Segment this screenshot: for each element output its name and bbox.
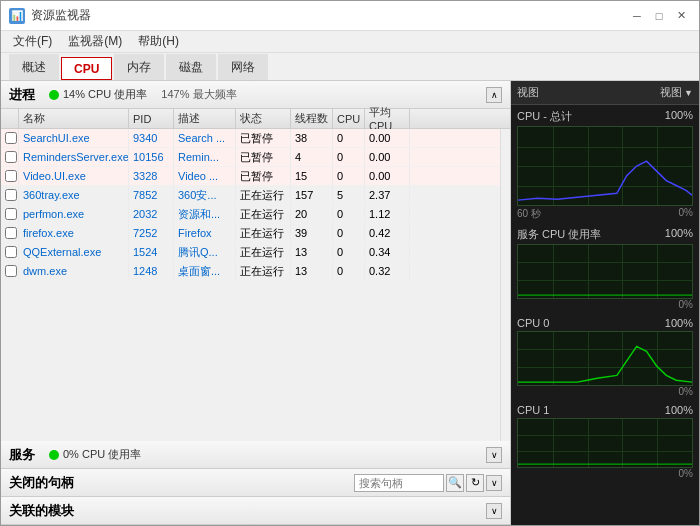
row-desc: Search ... (174, 129, 236, 147)
services-status-dot (49, 450, 59, 460)
row-pid: 1524 (129, 243, 174, 261)
cpu1-label: CPU 1 (517, 404, 549, 416)
right-panel-header: 视图 视图 ▼ (511, 81, 699, 105)
row-threads: 38 (291, 129, 333, 147)
th-cpu[interactable]: CPU (333, 109, 365, 128)
row-name: Video.UI.exe (19, 167, 129, 185)
menu-monitor[interactable]: 监视器(M) (60, 31, 130, 52)
cpu1-graph-section: CPU 1 100% 0% (511, 400, 699, 482)
services-title: 服务 (9, 446, 35, 464)
row-status: 已暂停 (236, 167, 291, 185)
service-cpu-graph-section: 服务 CPU 使用率 100% 0% (511, 223, 699, 313)
row-desc: 360安... (174, 186, 236, 204)
row-desc: Video ... (174, 167, 236, 185)
cpu-total-graph-section: CPU - 总计 100% (511, 105, 699, 223)
table-row[interactable]: RemindersServer.exe 10156 Remin... 已暂停 4… (1, 148, 500, 167)
row-threads: 13 (291, 262, 333, 280)
window-title: 资源监视器 (31, 7, 91, 24)
process-status-dot (49, 90, 59, 100)
row-checkbox[interactable] (1, 262, 19, 280)
row-checkbox[interactable] (1, 167, 19, 185)
cpu0-svg (518, 332, 692, 385)
tabs-bar: 概述 CPU 内存 磁盘 网络 (1, 53, 699, 81)
search-icon-button[interactable]: 🔍 (446, 474, 464, 492)
row-checkbox[interactable] (1, 186, 19, 204)
process-cpu-usage: 14% CPU 使用率 (63, 87, 147, 102)
row-checkbox[interactable] (1, 243, 19, 261)
cpu-total-time-row: 60 秒 0% (517, 207, 693, 221)
services-collapse-btn[interactable]: ∨ (486, 447, 502, 463)
modules-collapse-btn[interactable]: ∨ (486, 503, 502, 519)
modules-header[interactable]: 关联的模块 ∨ (1, 497, 510, 525)
cpu-total-label: CPU - 总计 (517, 109, 572, 124)
service-cpu-label: 服务 CPU 使用率 (517, 227, 601, 242)
row-pid: 9340 (129, 129, 174, 147)
maximize-button[interactable]: □ (649, 6, 669, 26)
row-pid: 7852 (129, 186, 174, 204)
row-name: dwm.exe (19, 262, 129, 280)
table-row[interactable]: SearchUI.exe 9340 Search ... 已暂停 38 0 0.… (1, 129, 500, 148)
search-refresh-button[interactable]: ↻ (466, 474, 484, 492)
handles-search-input[interactable] (354, 474, 444, 492)
row-checkbox[interactable] (1, 205, 19, 223)
row-name: firefox.exe (19, 224, 129, 242)
row-checkbox[interactable] (1, 224, 19, 242)
tab-network[interactable]: 网络 (218, 54, 268, 80)
th-status[interactable]: 状态 (236, 109, 291, 128)
menu-file[interactable]: 文件(F) (5, 31, 60, 52)
services-section: 服务 0% CPU 使用率 ∨ (1, 441, 510, 469)
row-cpu: 5 (333, 186, 365, 204)
tab-memory[interactable]: 内存 (114, 54, 164, 80)
row-desc: Firefox (174, 224, 236, 242)
close-button[interactable]: ✕ (671, 6, 691, 26)
row-cpu: 0 (333, 148, 365, 166)
cpu0-graph-section: CPU 0 100% 0% (511, 313, 699, 400)
window-controls: ─ □ ✕ (627, 6, 691, 26)
table-row[interactable]: Video.UI.exe 3328 Video ... 已暂停 15 0 0.0… (1, 167, 500, 186)
services-header[interactable]: 服务 0% CPU 使用率 ∨ (1, 441, 510, 469)
service-cpu-zero: 0% (517, 299, 693, 310)
table-row[interactable]: perfmon.exe 2032 资源和... 正在运行 20 0 1.12 (1, 205, 500, 224)
view-dropdown[interactable]: 视图 ▼ (660, 85, 693, 100)
menu-help[interactable]: 帮助(H) (130, 31, 187, 52)
cpu-total-zero: 0% (679, 207, 693, 221)
th-desc[interactable]: 描述 (174, 109, 236, 128)
th-pid[interactable]: PID (129, 109, 174, 128)
service-cpu-percent: 100% (665, 227, 693, 242)
cpu1-graph (517, 418, 693, 468)
main-window: 📊 资源监视器 ─ □ ✕ 文件(F) 监视器(M) 帮助(H) 概述 CPU … (0, 0, 700, 526)
cpu0-graph (517, 331, 693, 386)
title-bar-left: 📊 资源监视器 (9, 7, 91, 24)
th-checkbox[interactable] (1, 109, 19, 128)
tab-overview[interactable]: 概述 (9, 54, 59, 80)
table-row[interactable]: 360tray.exe 7852 360安... 正在运行 157 5 2.37 (1, 186, 500, 205)
table-row[interactable]: firefox.exe 7252 Firefox 正在运行 39 0 0.42 (1, 224, 500, 243)
process-status: 14% CPU 使用率 (49, 87, 147, 102)
minimize-button[interactable]: ─ (627, 6, 647, 26)
table-row[interactable]: QQExternal.exe 1524 腾讯Q... 正在运行 13 0 0.3… (1, 243, 500, 262)
th-threads[interactable]: 线程数 (291, 109, 333, 128)
process-scrollbar[interactable] (500, 129, 510, 441)
cpu1-percent: 100% (665, 404, 693, 416)
row-checkbox[interactable] (1, 148, 19, 166)
th-avg-cpu[interactable]: 平均 CPU (365, 109, 410, 128)
process-table-body[interactable]: SearchUI.exe 9340 Search ... 已暂停 38 0 0.… (1, 129, 500, 441)
process-collapse-btn[interactable]: ∧ (486, 87, 502, 103)
row-checkbox[interactable] (1, 129, 19, 147)
row-status: 正在运行 (236, 205, 291, 223)
handles-collapse-btn[interactable]: ∨ (486, 475, 502, 491)
row-cpu: 0 (333, 129, 365, 147)
tab-cpu[interactable]: CPU (61, 57, 112, 80)
service-cpu-svg (518, 245, 692, 298)
row-threads: 157 (291, 186, 333, 204)
row-threads: 39 (291, 224, 333, 242)
row-avg-cpu: 0.00 (365, 148, 410, 166)
row-cpu: 0 (333, 262, 365, 280)
process-header: 进程 14% CPU 使用率 147% 最大频率 ∧ (1, 81, 510, 109)
th-name[interactable]: 名称 (19, 109, 129, 128)
table-row[interactable]: dwm.exe 1248 桌面窗... 正在运行 13 0 0.32 (1, 262, 500, 281)
tab-disk[interactable]: 磁盘 (166, 54, 216, 80)
left-panel: 进程 14% CPU 使用率 147% 最大频率 ∧ 名称 PID 描述 状态 … (1, 81, 511, 525)
handles-header: 关闭的句柄 🔍 ↻ ∨ (1, 469, 510, 497)
cpu-total-percent: 100% (665, 109, 693, 124)
